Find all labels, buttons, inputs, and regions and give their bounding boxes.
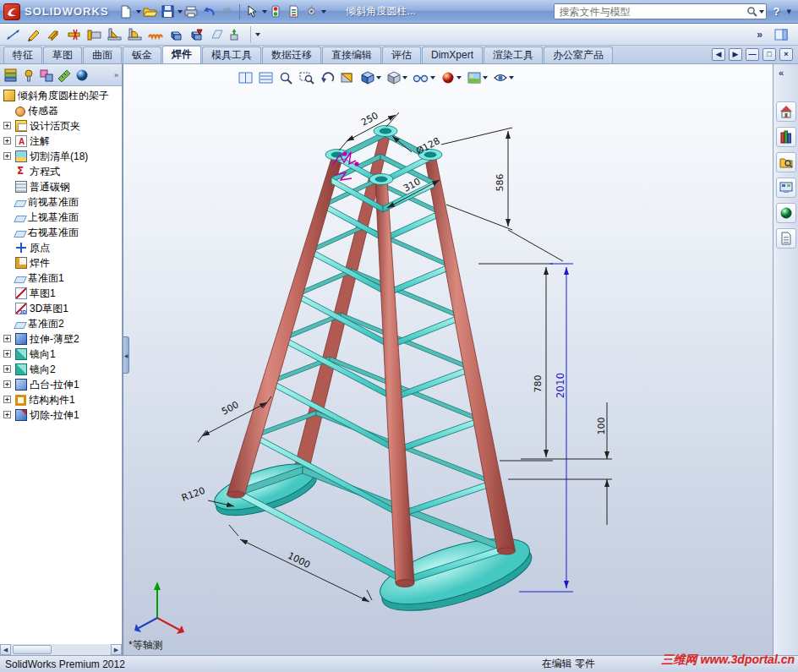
smart-dimension-icon[interactable] <box>3 25 24 44</box>
apply-scene-icon[interactable] <box>465 68 489 87</box>
dimension-label[interactable]: 500 <box>220 399 241 417</box>
expand-icon[interactable] <box>3 152 11 160</box>
sidebar-item-3dsketch1[interactable]: 3D草图1 <box>0 301 122 316</box>
tab-sheet-metal[interactable]: 钣金 <box>123 46 161 63</box>
model-legs[interactable] <box>227 157 516 587</box>
viewport-layout-icon[interactable] <box>237 68 255 87</box>
sidebar-item-cut-list[interactable]: 切割清单(18) <box>0 149 122 164</box>
fillet-bead-icon[interactable] <box>125 25 145 44</box>
task-pane-expand-icon[interactable]: « <box>779 68 784 78</box>
sidebar-item-sensors[interactable]: 传感器 <box>0 103 122 118</box>
tab-office-products[interactable]: 办公室产品 <box>544 46 613 63</box>
instant3d-icon[interactable] <box>227 25 247 44</box>
tab-data-migration[interactable]: 数据迁移 <box>262 46 321 63</box>
tab-evaluate[interactable]: 评估 <box>382 46 421 63</box>
dimension-1000[interactable]: 1000 <box>229 525 372 602</box>
apply-scene-caret-icon[interactable] <box>483 76 488 79</box>
expand-icon[interactable] <box>3 411 11 418</box>
sidebar-item-equations[interactable]: 方程式 <box>0 164 122 179</box>
search-input[interactable] <box>558 5 746 19</box>
toolbar-flyout-caret-icon[interactable] <box>255 33 260 36</box>
sidebar-item-plane2[interactable]: 基准面2 <box>0 316 122 331</box>
expand-icon[interactable] <box>3 396 11 403</box>
file-explorer-icon[interactable] <box>776 152 796 172</box>
panel-splitter-handle[interactable]: ◀ <box>123 336 129 374</box>
options-caret-icon[interactable] <box>321 10 326 14</box>
end-cap-icon[interactable] <box>85 25 105 44</box>
tab-features[interactable]: 特征 <box>3 46 42 63</box>
view-orientation-caret-icon[interactable] <box>376 76 381 79</box>
sidebar-item-origin[interactable]: 原点 <box>0 240 122 255</box>
tree-root-part[interactable]: 倾斜角度圆柱的架子 <box>0 88 122 103</box>
print-button[interactable] <box>183 3 200 20</box>
resources-home-icon[interactable] <box>776 101 796 122</box>
propertymanager-tab-icon[interactable] <box>19 66 37 85</box>
new-document-caret-icon[interactable] <box>136 10 141 14</box>
extruded-boss-icon[interactable] <box>166 25 186 44</box>
sidebar-item-thin-extrude2[interactable]: 拉伸-薄壁2 <box>0 331 122 347</box>
weld-bead-icon[interactable] <box>145 25 166 44</box>
scroll-thumb[interactable] <box>13 645 52 654</box>
reference-geometry-icon[interactable] <box>206 25 227 44</box>
sidebar-item-design-binder[interactable]: 设计活页夹 <box>0 118 122 134</box>
edit-appearance-caret-icon[interactable] <box>456 76 462 79</box>
tab-mold-tools[interactable]: 模具工具 <box>202 46 261 63</box>
redo-button[interactable] <box>218 3 236 20</box>
gusset-icon[interactable] <box>105 25 125 44</box>
tab-dimxpert[interactable]: DimXpert <box>422 46 483 63</box>
sidebar-item-annotations[interactable]: 注解 <box>0 134 122 149</box>
scroll-left-icon[interactable]: ◀ <box>0 644 11 655</box>
search-icon[interactable] <box>746 6 758 18</box>
expand-icon[interactable] <box>3 350 11 358</box>
view-settings-caret-icon[interactable] <box>509 76 514 79</box>
sidebar-item-structural-member1[interactable]: 结构构件1 <box>0 392 122 407</box>
displaymanager-tab-icon[interactable] <box>73 66 90 85</box>
view-settings-icon[interactable] <box>491 68 516 87</box>
expand-icon[interactable] <box>3 335 11 342</box>
design-library-icon[interactable] <box>776 127 796 147</box>
save-caret-icon[interactable] <box>178 10 183 14</box>
sidebar-item-top-plane[interactable]: 上视基准面 <box>0 210 122 225</box>
previous-view-icon[interactable] <box>318 68 336 87</box>
view-orientation-icon[interactable] <box>358 68 383 87</box>
dimension-label-selected[interactable]: 2010 <box>555 373 566 399</box>
scroll-right-icon[interactable]: ▶ <box>111 644 122 655</box>
graphics-area[interactable]: 250 Ø128 310 586 <box>123 64 773 655</box>
sidebar-item-right-plane[interactable]: 右视基准面 <box>0 225 122 240</box>
extruded-cut-icon[interactable] <box>186 25 206 44</box>
sidebar-item-mirror2[interactable]: 镜向2 <box>0 362 122 377</box>
dimension-label[interactable]: 780 <box>533 375 544 393</box>
structural-member-icon[interactable] <box>44 25 64 44</box>
sidebar-item-material[interactable]: 普通碳钢 <box>0 179 122 194</box>
display-style-caret-icon[interactable] <box>402 76 407 79</box>
dimension-586[interactable]: 586 <box>441 128 563 261</box>
expand-icon[interactable] <box>3 380 11 388</box>
open-button[interactable] <box>141 3 159 20</box>
view-palette-icon[interactable] <box>776 178 796 198</box>
expand-icon[interactable] <box>3 365 11 373</box>
display-style-icon[interactable] <box>385 68 409 87</box>
expand-icon[interactable] <box>3 122 11 129</box>
close-button[interactable]: × <box>779 48 793 61</box>
hide-show-items-icon[interactable] <box>411 68 437 87</box>
select-caret-icon[interactable] <box>262 10 267 14</box>
trim-extend-icon[interactable] <box>64 25 85 44</box>
file-properties-button[interactable] <box>285 3 303 20</box>
sidebar-item-cut-extrude1[interactable]: 切除-拉伸1 <box>0 407 122 423</box>
select-button[interactable] <box>243 3 261 20</box>
new-document-button[interactable] <box>118 3 135 20</box>
hide-show-caret-icon[interactable] <box>430 76 435 79</box>
sidebar-item-plane1[interactable]: 基准面1 <box>0 270 122 286</box>
search-scope-caret-icon[interactable] <box>759 10 764 14</box>
edit-appearance-icon[interactable] <box>439 68 463 87</box>
model-canvas[interactable]: 250 Ø128 310 586 <box>123 64 773 655</box>
minimize-button[interactable]: — <box>746 48 759 61</box>
sketch-icon[interactable] <box>24 25 44 44</box>
rebuild-button[interactable] <box>267 3 285 20</box>
dimension-100[interactable]: 100 <box>508 402 612 525</box>
tab-render-tools[interactable]: 渲染工具 <box>484 46 543 63</box>
dimension-label[interactable]: 586 <box>495 174 506 192</box>
help-button[interactable]: ? <box>773 5 780 18</box>
zoom-fit-icon[interactable] <box>277 68 296 87</box>
tab-surfaces[interactable]: 曲面 <box>83 46 122 63</box>
